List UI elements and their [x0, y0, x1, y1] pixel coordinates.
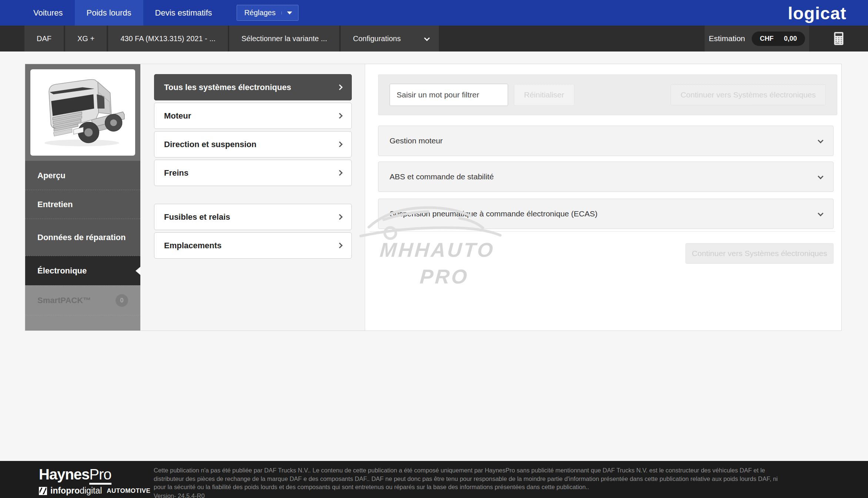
chevron-right-icon	[337, 214, 343, 220]
tab-voitures[interactable]: Voitures	[21, 0, 75, 26]
truck-image	[36, 76, 130, 150]
smartpack-label: SmartPACK™	[37, 295, 91, 305]
chevron-down-icon	[818, 173, 824, 179]
filter-toolbar: Réinitialiser Continuer vers Systèmes él…	[378, 74, 837, 115]
footer-disclaimer: Cette publication n'a pas été publiée pa…	[154, 466, 779, 491]
footer: HaynesPro infoprodigital AUTOMOTIVE Cett…	[0, 461, 868, 498]
menu-button-freins[interactable]: Freins	[154, 160, 352, 186]
brand-automotive: AUTOMOTIVE	[107, 487, 150, 495]
footer-disclaimer-block: Cette publication n'a pas été publiée pa…	[154, 466, 779, 498]
accordion-gestion-moteur[interactable]: Gestion moteur	[378, 126, 834, 156]
menu-button-tous-les-systemes[interactable]: Tous les systèmes électroniques	[154, 74, 352, 100]
sidebar-item-smartpack: SmartPACK™ 0	[25, 285, 140, 315]
sidebar-item-electronique[interactable]: Électronique	[25, 256, 140, 285]
infopro-wordmark: infoprodigital AUTOMOTIVE	[39, 486, 150, 496]
menu-button-emplacements[interactable]: Emplacements	[154, 232, 352, 259]
menu-button-fusibles-et-relais[interactable]: Fusibles et relais	[154, 204, 352, 230]
watermark-line2: PRO	[419, 265, 529, 288]
settings-label: Réglages	[244, 9, 276, 17]
haynespro-logo: HaynesPro infoprodigital AUTOMOTIVE	[39, 466, 150, 496]
tab-devis-estimatifs[interactable]: Devis estimatifs	[143, 0, 224, 26]
breadcrumb: DAF XG + 430 FA (MX13.315) 2021 - ... Sé…	[24, 26, 439, 52]
estimation-amount-pill: CHF 0,00	[752, 31, 805, 46]
continue-button-bottom[interactable]: Continuer vers Systèmes électroniques	[685, 243, 834, 264]
chevron-right-icon	[337, 84, 343, 90]
crumb-variant[interactable]: Sélectionner la variante ...	[229, 26, 339, 52]
chevron-right-icon	[337, 243, 343, 249]
sidebar-item-entretien[interactable]: Entretien	[25, 190, 140, 219]
calculator-button[interactable]	[809, 26, 868, 52]
calculator-icon	[834, 32, 844, 45]
crumb-model[interactable]: XG +	[65, 26, 107, 52]
systems-menu-column: Tous les systèmes électroniques Moteur D…	[140, 64, 365, 331]
top-navigation: Voitures Poids lourds Devis estimatifs R…	[0, 0, 868, 26]
chevron-right-icon	[337, 170, 343, 176]
chevron-right-icon	[337, 113, 343, 119]
footer-version: Version- 24.5.4-R0	[154, 492, 779, 498]
settings-dropdown-button[interactable]: Réglages	[237, 5, 299, 21]
sidebar-item-apercu[interactable]: Aperçu	[25, 161, 140, 190]
main-content-card: Aperçu Entretien Données de réparation É…	[25, 64, 842, 331]
menu-button-label: Fusibles et relais	[164, 212, 230, 222]
menu-button-label: Moteur	[164, 111, 191, 121]
brand-pro: Pro	[89, 466, 111, 485]
panel-divider	[370, 231, 835, 232]
infopro-icon	[39, 487, 47, 495]
logicat-logo: logicat	[788, 3, 847, 23]
accordion-label: Gestion moteur	[390, 136, 443, 145]
menu-button-label: Direction et suspension	[164, 140, 256, 149]
crumb-make[interactable]: DAF	[24, 26, 64, 52]
menu-button-label: Tous les systèmes électroniques	[164, 83, 291, 92]
tab-poids-lourds[interactable]: Poids lourds	[75, 0, 143, 26]
chevron-down-icon	[818, 137, 824, 143]
smartpack-count-badge: 0	[116, 294, 128, 307]
currency-label: CHF	[760, 35, 774, 43]
menu-button-label: Emplacements	[164, 241, 221, 250]
filter-input[interactable]	[390, 84, 508, 106]
menu-button-label: Freins	[164, 168, 188, 178]
configurations-label: Configurations	[353, 34, 401, 43]
menu-group-gap	[140, 188, 365, 204]
brand-digital: digital	[80, 486, 102, 495]
vehicle-image-wrap	[25, 64, 140, 161]
systems-panel: Réinitialiser Continuer vers Systèmes él…	[365, 64, 841, 331]
amount-value: 0,00	[784, 35, 797, 43]
sidebar-filler	[25, 315, 140, 331]
continue-button-top[interactable]: Continuer vers Systèmes électroniques	[671, 84, 826, 105]
estimation-label: Estimation	[709, 34, 745, 43]
menu-button-moteur[interactable]: Moteur	[154, 103, 352, 129]
vehicle-sidebar: Aperçu Entretien Données de réparation É…	[25, 64, 140, 331]
accordion-label: Suspension pneumatique à commande électr…	[390, 209, 598, 218]
accordion-label: ABS et commande de stabilité	[390, 172, 494, 181]
chevron-right-icon	[337, 142, 343, 147]
brand-infopro: infopro	[50, 486, 80, 495]
menu-button-direction-et-suspension[interactable]: Direction et suspension	[154, 131, 352, 157]
vehicle-breadcrumb-bar: DAF XG + 430 FA (MX13.315) 2021 - ... Sé…	[0, 26, 868, 52]
haynespro-wordmark: HaynesPro	[39, 466, 150, 483]
caret-down-icon	[281, 11, 292, 14]
accordion-abs-stabilite[interactable]: ABS et commande de stabilité	[378, 162, 834, 192]
chevron-down-icon	[818, 210, 824, 216]
crumb-configurations[interactable]: Configurations	[341, 26, 439, 52]
sidebar-item-donnees-de-reparation[interactable]: Données de réparation	[25, 219, 140, 256]
vehicle-image-card	[30, 69, 135, 156]
chevron-down-icon	[424, 35, 430, 41]
estimation-summary[interactable]: Estimation CHF 0,00	[705, 26, 809, 52]
accordion-ecas[interactable]: Suspension pneumatique à commande électr…	[378, 199, 834, 229]
brand-haynes: Haynes	[39, 466, 89, 482]
watermark-line1: MHHAUTO	[379, 238, 529, 261]
reset-button[interactable]: Réinitialiser	[514, 84, 574, 106]
crumb-type[interactable]: 430 FA (MX13.315) 2021 - ...	[108, 26, 228, 52]
